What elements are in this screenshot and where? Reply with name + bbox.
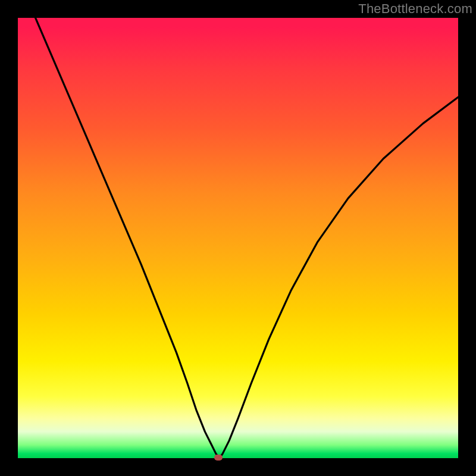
optimum-marker	[214, 455, 223, 461]
figure-frame: TheBottleneck.com	[0, 0, 476, 476]
watermark-text: TheBottleneck.com	[358, 1, 472, 17]
curve-layer	[18, 18, 458, 458]
bottleneck-curve	[36, 18, 458, 457]
plot-area	[18, 18, 458, 458]
